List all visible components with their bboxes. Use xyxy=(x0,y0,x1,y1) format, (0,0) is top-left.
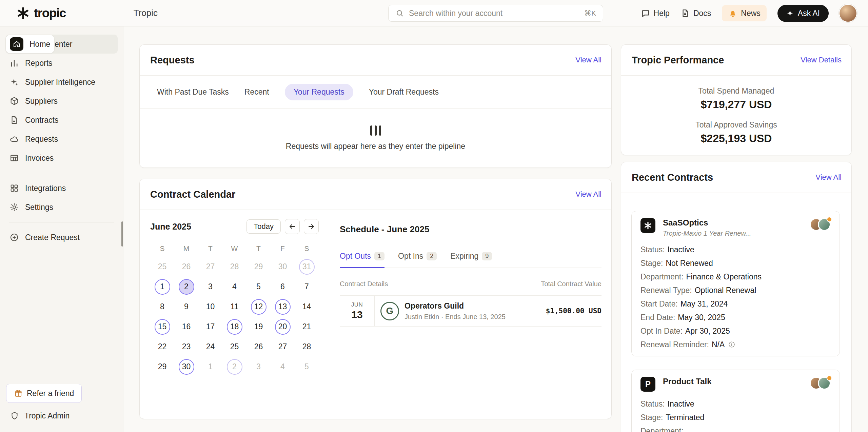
calendar-day[interactable]: 1 xyxy=(150,277,174,297)
tab-your-requests[interactable]: Your Requests xyxy=(285,84,353,100)
recent-contracts-view-all-link[interactable]: View All xyxy=(815,173,842,182)
calendar-day[interactable]: 26 xyxy=(174,257,198,277)
contract-field: End DateMay 30, 2025 xyxy=(640,311,831,324)
calendar-day[interactable]: 29 xyxy=(150,357,174,377)
calendar-day[interactable]: 26 xyxy=(246,337,271,357)
user-avatar[interactable] xyxy=(840,5,856,22)
tropic-admin-button[interactable]: Tropic Admin xyxy=(5,408,118,424)
requests-view-all-link[interactable]: View All xyxy=(575,56,601,64)
calendar-day[interactable]: 20 xyxy=(271,317,295,337)
sidebar-item-reports[interactable]: Reports xyxy=(5,54,118,73)
calendar-day[interactable]: 25 xyxy=(150,257,174,277)
calendar-day[interactable]: 4 xyxy=(222,277,246,297)
sidebar-item-label: Supplier Intelligence xyxy=(25,78,95,87)
contract-list: SaaSOpticsTropic-Maxio 1 Year Renew...St… xyxy=(621,211,851,432)
search-bar[interactable]: ⌘K xyxy=(388,5,603,22)
calendar-day[interactable]: 22 xyxy=(150,337,174,357)
calendar-day[interactable]: 15 xyxy=(150,317,174,337)
tab-with-past-due-tasks[interactable]: With Past Due Tasks xyxy=(157,87,229,97)
calendar-day[interactable]: 5 xyxy=(295,357,319,377)
calendar-day[interactable]: 1 xyxy=(198,357,222,377)
calendar-day[interactable]: 4 xyxy=(271,357,295,377)
shield-icon xyxy=(10,411,19,420)
calendar-day[interactable]: 28 xyxy=(295,337,319,357)
create-request-button[interactable]: Create Request xyxy=(5,228,118,247)
field-value: Terminated xyxy=(666,413,705,422)
sidebar-item-invoices[interactable]: Invoices xyxy=(5,149,118,168)
sparkle-icon xyxy=(786,9,794,17)
calendar-day[interactable]: 13 xyxy=(271,297,295,317)
calendar-view-all-link[interactable]: View All xyxy=(575,190,601,199)
calendar-day[interactable]: 5 xyxy=(246,277,271,297)
sidebar: HomeAction CenterReportsSupplier Intelli… xyxy=(0,26,123,432)
schedule-event-row[interactable]: JUN 13 G Operators Guild Justin Etkin · … xyxy=(340,295,601,327)
schedule-tab-opt-outs[interactable]: Opt Outs1 xyxy=(340,252,384,268)
previous-month-button[interactable] xyxy=(285,219,300,234)
sidebar-secondary-nav: IntegrationsSettings xyxy=(5,179,118,217)
calendar-day[interactable]: 23 xyxy=(174,337,198,357)
brand-logo[interactable]: tropic xyxy=(16,6,66,20)
calendar-day[interactable]: 28 xyxy=(222,257,246,277)
calendar-day[interactable]: 21 xyxy=(295,317,319,337)
help-button[interactable]: Help xyxy=(641,8,670,18)
calendar-day[interactable]: 2 xyxy=(174,277,198,297)
arrow-right-icon xyxy=(307,222,315,231)
docs-button[interactable]: Docs xyxy=(680,8,711,18)
calendar-day[interactable]: 3 xyxy=(198,277,222,297)
schedule-tab-opt-ins[interactable]: Opt Ins2 xyxy=(398,252,437,268)
calendar-day[interactable]: 6 xyxy=(271,277,295,297)
calendar-day[interactable]: 25 xyxy=(222,337,246,357)
calendar-day[interactable]: 7 xyxy=(295,277,319,297)
calendar-day[interactable]: 24 xyxy=(198,337,222,357)
contract-card-product-talk[interactable]: PProduct TalkStatusInactiveStageTerminat… xyxy=(631,370,840,432)
calendar-day[interactable]: 14 xyxy=(295,297,319,317)
calendar-day[interactable]: 18 xyxy=(222,317,246,337)
contract-card-saasoptics[interactable]: SaaSOpticsTropic-Maxio 1 Year Renew...St… xyxy=(631,211,840,356)
performance-metrics: Total Spend Managed$719,277 USDTotal App… xyxy=(621,76,851,145)
weekday-label: W xyxy=(222,240,246,257)
tab-your-draft-requests[interactable]: Your Draft Requests xyxy=(369,87,439,97)
calendar-day[interactable]: 11 xyxy=(222,297,246,317)
sidebar-item-integrations[interactable]: Integrations xyxy=(5,179,118,198)
brand-name: tropic xyxy=(34,6,66,20)
sidebar-scrollbar[interactable] xyxy=(121,221,123,247)
next-month-button[interactable] xyxy=(304,219,319,234)
today-button[interactable]: Today xyxy=(246,219,281,234)
news-button[interactable]: News xyxy=(722,5,767,21)
sidebar-item-settings[interactable]: Settings xyxy=(5,198,118,217)
sidebar-item-home[interactable]: Home xyxy=(5,35,55,54)
calendar-day[interactable]: 19 xyxy=(246,317,271,337)
calendar-day[interactable]: 2 xyxy=(222,357,246,377)
field-label: Opt In Date xyxy=(640,327,683,336)
calendar-day[interactable]: 3 xyxy=(246,357,271,377)
sidebar-item-requests[interactable]: Requests xyxy=(5,130,118,149)
ask-ai-button[interactable]: Ask AI xyxy=(777,5,829,22)
search-input[interactable] xyxy=(409,9,579,18)
calendar-day[interactable]: 16 xyxy=(174,317,198,337)
calendar-day[interactable]: 9 xyxy=(174,297,198,317)
sidebar-item-contracts[interactable]: Contracts xyxy=(5,111,118,130)
calendar-day[interactable]: 31 xyxy=(295,257,319,277)
calendar-day[interactable]: 30 xyxy=(271,257,295,277)
calendar-day[interactable]: 12 xyxy=(246,297,271,317)
calendar-day[interactable]: 17 xyxy=(198,317,222,337)
tab-recent[interactable]: Recent xyxy=(244,87,269,97)
calendar-day[interactable]: 8 xyxy=(150,297,174,317)
calendar-day[interactable]: 29 xyxy=(246,257,271,277)
calendar-month-label: June 2025 xyxy=(150,222,191,232)
calendar-day[interactable]: 30 xyxy=(174,357,198,377)
calendar-day[interactable]: 27 xyxy=(198,257,222,277)
contract-subtitle: Tropic-Maxio 1 Year Renew... xyxy=(663,230,751,237)
schedule-tab-expiring[interactable]: Expiring9 xyxy=(450,252,492,268)
requests-card-header: Requests View All xyxy=(140,45,611,76)
news-label: News xyxy=(741,9,761,18)
tab-count-badge: 1 xyxy=(374,252,384,260)
sidebar-item-supplier-intelligence[interactable]: Supplier Intelligence xyxy=(5,73,118,92)
calendar-day[interactable]: 10 xyxy=(198,297,222,317)
performance-view-details-link[interactable]: View Details xyxy=(801,56,842,64)
calendar-day[interactable]: 27 xyxy=(271,337,295,357)
contract-field: Opt In DateApr 30, 2025 xyxy=(640,324,831,338)
sidebar-item-suppliers[interactable]: Suppliers xyxy=(5,92,118,111)
schedule-tabs: Opt Outs1Opt Ins2Expiring9 xyxy=(340,252,601,268)
refer-a-friend-button[interactable]: Refer a friend xyxy=(6,384,82,403)
